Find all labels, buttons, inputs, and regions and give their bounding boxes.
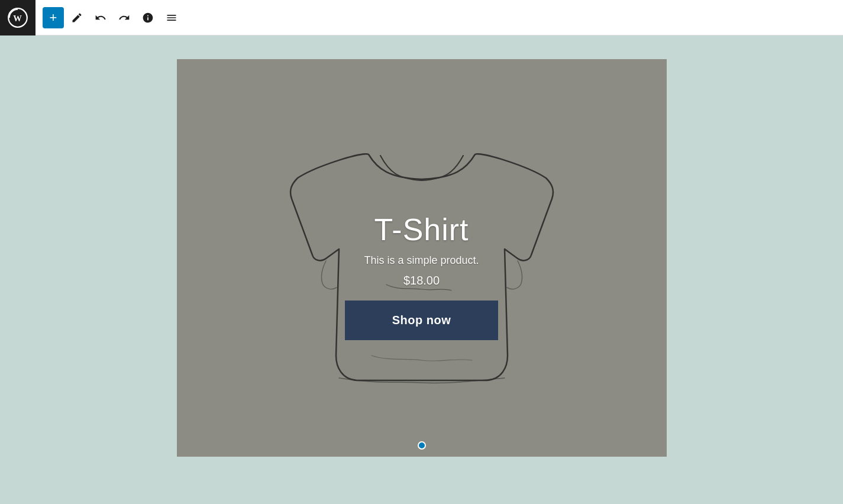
shop-now-button[interactable]: Shop now [345, 301, 499, 340]
toolbar: W + [0, 0, 843, 35]
list-view-button[interactable] [161, 7, 182, 28]
svg-text:W: W [13, 13, 22, 22]
product-block: T-Shirt This is a simple product. $18.00… [177, 59, 667, 457]
pagination [177, 441, 667, 450]
undo-button[interactable] [90, 7, 111, 28]
product-title: T-Shirt [374, 212, 469, 247]
product-price: $18.00 [403, 274, 440, 287]
add-block-button[interactable]: + [43, 7, 64, 28]
info-button[interactable] [137, 7, 159, 28]
product-inner: T-Shirt This is a simple product. $18.00… [177, 59, 667, 457]
redo-button[interactable] [114, 7, 135, 28]
main-content: T-Shirt This is a simple product. $18.00… [0, 35, 843, 504]
wp-logo: W [0, 0, 35, 35]
edit-button[interactable] [66, 7, 88, 28]
product-content: T-Shirt This is a simple product. $18.00… [345, 212, 499, 340]
pagination-dot-active[interactable] [418, 441, 426, 450]
product-description: This is a simple product. [364, 254, 479, 267]
